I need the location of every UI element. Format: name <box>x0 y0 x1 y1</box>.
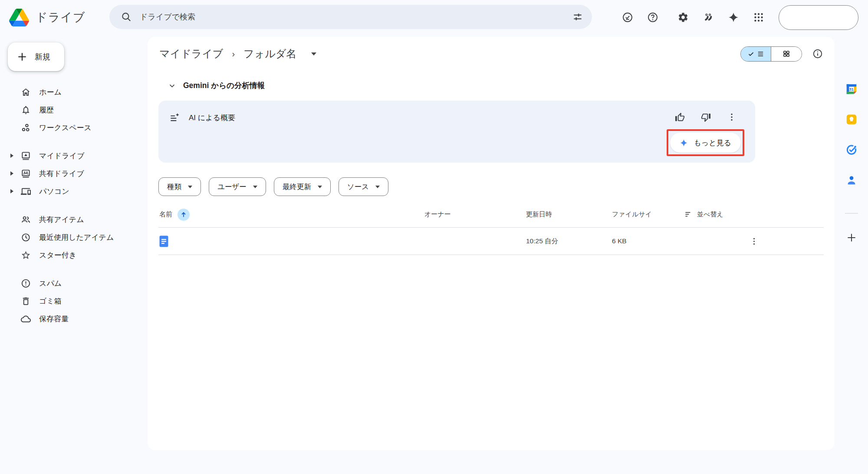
filter-chip-source[interactable]: ソース <box>339 177 388 196</box>
list-lines-icon <box>757 50 764 58</box>
thumbs-up-button[interactable] <box>672 109 687 125</box>
grid-view-button[interactable] <box>771 47 802 61</box>
show-more-button[interactable]: もっと見る <box>670 133 741 153</box>
workspace-labs-icon[interactable] <box>699 8 718 27</box>
file-menu-icon[interactable] <box>746 233 762 249</box>
help-icon[interactable] <box>643 8 662 27</box>
feedback-buttons <box>672 109 740 125</box>
expand-arrow-icon[interactable] <box>10 189 13 193</box>
search-icon[interactable] <box>121 11 132 23</box>
availability-status-icon[interactable] <box>618 8 637 27</box>
chip-label: 種類 <box>167 182 181 192</box>
sort-direction-button[interactable] <box>178 209 190 221</box>
star-icon <box>20 250 31 260</box>
google-contacts-icon[interactable] <box>845 174 857 186</box>
file-modified: 10:25 自分 <box>526 237 558 245</box>
chip-label: 最終更新 <box>283 182 311 192</box>
google-apps-grid-icon[interactable] <box>749 8 768 27</box>
chevron-down-icon <box>375 186 380 188</box>
get-add-ons-icon[interactable] <box>846 232 857 243</box>
sidebar-item-starred[interactable]: スター付き <box>0 246 148 264</box>
sidebar-item-activity[interactable]: 履歴 <box>0 101 148 119</box>
app-title: ドライブ <box>36 10 85 25</box>
sidebar-item-shared-drives[interactable]: 共有ドライブ <box>0 165 148 183</box>
google-keep-icon[interactable] <box>845 114 857 125</box>
header-size[interactable]: ファイルサイ <box>612 210 652 218</box>
chevron-down-icon <box>318 186 322 188</box>
sidebar-item-shared-with-me[interactable]: 共有アイテム <box>0 211 148 229</box>
sidebar-item-label: 保存容量 <box>39 314 69 324</box>
sidebar-item-label: スパム <box>39 278 62 288</box>
shared-drives-icon <box>20 169 31 179</box>
plus-icon <box>16 51 28 62</box>
sidebar-item-spam[interactable]: スパム <box>0 275 148 292</box>
spam-icon <box>20 278 31 288</box>
left-sidebar: 新規 ホーム 履歴 ワークスペース マイドライブ <box>0 35 148 328</box>
thumbs-down-button[interactable] <box>698 109 713 125</box>
search-input[interactable] <box>140 13 572 22</box>
search-bar[interactable] <box>109 5 592 29</box>
google-docs-file-icon <box>159 235 168 247</box>
expand-arrow-icon[interactable] <box>10 154 13 158</box>
sidebar-item-label: ゴミ箱 <box>39 296 62 306</box>
check-icon <box>748 51 754 57</box>
google-tasks-icon[interactable] <box>845 144 857 156</box>
svg-text:31: 31 <box>849 87 854 92</box>
sidebar-item-label: 共有アイテム <box>39 215 84 225</box>
summarize-icon <box>169 112 180 123</box>
filter-chips: 種類 ユーザー 最終更新 ソース <box>158 177 388 196</box>
sidebar-item-my-drive[interactable]: マイドライブ <box>0 147 148 165</box>
folder-menu-caret-icon[interactable] <box>311 52 316 56</box>
chevron-down-icon <box>168 82 176 89</box>
sort-button[interactable]: 並べ替え <box>684 210 723 219</box>
filter-chip-type[interactable]: 種類 <box>158 177 201 196</box>
sidebar-item-storage[interactable]: 保存容量 <box>0 310 148 328</box>
chevron-down-icon <box>188 186 192 188</box>
account-profile-area[interactable] <box>779 5 858 30</box>
drive-brand: ドライブ <box>9 0 85 35</box>
google-calendar-icon[interactable]: 31 <box>845 83 857 95</box>
sidebar-item-label: 共有ドライブ <box>39 169 84 179</box>
arrow-up-icon <box>180 211 187 218</box>
file-size: 6 KB <box>612 237 627 245</box>
people-icon <box>20 215 31 225</box>
cloud-icon <box>20 314 31 324</box>
sidebar-item-trash[interactable]: ゴミ箱 <box>0 292 148 310</box>
chip-label: ソース <box>347 182 369 192</box>
header-owner[interactable]: オーナー <box>424 210 451 218</box>
folder-toolbar: マイドライブ › フォルダ名 <box>159 41 823 66</box>
chip-label: ユーザー <box>217 182 247 192</box>
filter-chip-people[interactable]: ユーザー <box>209 177 266 196</box>
gemini-sparkle-icon[interactable] <box>724 8 743 27</box>
expand-arrow-icon[interactable] <box>10 171 13 176</box>
bell-icon <box>20 105 31 115</box>
sidebar-nav: ホーム 履歴 ワークスペース マイドライブ 共 <box>0 83 148 328</box>
breadcrumb-current-folder[interactable]: フォルダ名 <box>243 47 296 61</box>
sidebar-item-home[interactable]: ホーム <box>0 83 148 101</box>
breadcrumb-separator-icon: › <box>232 49 235 59</box>
breadcrumb-my-drive[interactable]: マイドライブ <box>159 47 223 61</box>
search-options-icon[interactable] <box>572 11 583 23</box>
sidebar-item-label: 履歴 <box>39 105 54 115</box>
new-button[interactable]: 新規 <box>8 42 64 71</box>
header-name[interactable]: 名前 <box>159 210 172 219</box>
sidebar-item-recent[interactable]: 最近使用したアイテム <box>0 229 148 246</box>
ai-card-menu-icon[interactable] <box>724 109 740 125</box>
panel-divider <box>845 213 858 214</box>
trash-icon <box>20 296 31 306</box>
filter-chip-modified[interactable]: 最終更新 <box>274 177 331 196</box>
right-side-panel: 31 <box>835 37 868 474</box>
top-actions <box>618 0 868 35</box>
view-toggle <box>740 46 802 62</box>
details-info-icon[interactable] <box>812 49 823 59</box>
list-view-button[interactable] <box>741 47 771 61</box>
header-modified[interactable]: 更新日時 <box>526 210 552 218</box>
table-row[interactable]: 10:25 自分 6 KB <box>158 228 824 255</box>
sidebar-item-computers[interactable]: パソコン <box>0 183 148 200</box>
sidebar-item-label: 最近使用したアイテム <box>39 232 114 242</box>
chevron-down-icon <box>253 186 257 188</box>
table-header-row: 名前 オーナー 更新日時 ファイルサイ 並べ替え <box>158 202 824 228</box>
sidebar-item-workspaces[interactable]: ワークスペース <box>0 119 148 137</box>
gemini-insights-header[interactable]: Gemini からの分析情報 <box>168 80 265 91</box>
settings-gear-icon[interactable] <box>674 8 693 27</box>
